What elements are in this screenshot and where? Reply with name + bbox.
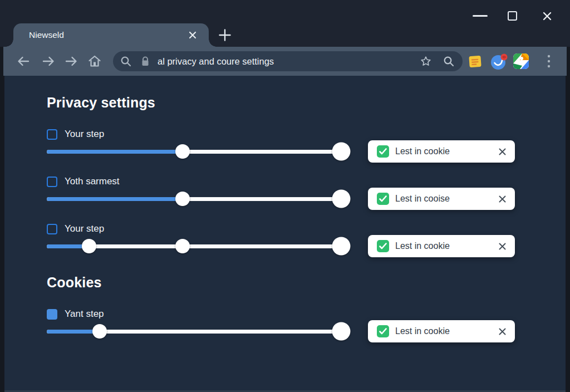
checkbox[interactable] bbox=[47, 129, 57, 140]
slider-handle[interactable] bbox=[332, 237, 351, 256]
check-icon bbox=[377, 240, 389, 252]
section-title: Privacy settings bbox=[47, 94, 566, 111]
toast-text: Lest in cooise bbox=[395, 194, 450, 204]
notification-badge bbox=[501, 54, 508, 61]
slider-fill bbox=[47, 197, 183, 201]
minimize-button[interactable] bbox=[473, 15, 488, 17]
yellow-note-icon bbox=[468, 55, 482, 68]
extension-maps-button[interactable] bbox=[513, 53, 529, 69]
extension-assistant-button[interactable] bbox=[490, 53, 508, 70]
browser-window: { "browser": { "tab": { "title": "Niewse… bbox=[0, 0, 570, 392]
tab-close-button[interactable] bbox=[189, 31, 196, 39]
check-icon bbox=[377, 193, 389, 205]
slider-handle[interactable] bbox=[175, 192, 190, 206]
setting-row-header: Yant step bbox=[47, 308, 349, 320]
extension-notes-button[interactable] bbox=[468, 55, 482, 68]
setting-row-header: Yoth sarmest bbox=[47, 176, 349, 187]
in-bar-search-button[interactable] bbox=[443, 55, 455, 67]
section-title: Cookies bbox=[47, 273, 566, 291]
lock-icon bbox=[140, 55, 151, 67]
slider bbox=[47, 239, 349, 253]
setting-row: Yant stepLest in cookie bbox=[47, 308, 349, 339]
bookmark-star-button[interactable] bbox=[420, 55, 432, 67]
maps-icon bbox=[513, 53, 529, 69]
slider-handle[interactable] bbox=[175, 144, 190, 159]
checkbox[interactable] bbox=[47, 177, 57, 187]
toast-text: Lest in cookie bbox=[395, 326, 450, 336]
slider-handle[interactable] bbox=[82, 239, 96, 253]
page-content: Privacy settingsYour stepLest in cookieY… bbox=[4, 76, 566, 390]
maximize-button[interactable] bbox=[508, 11, 517, 21]
tab-title: Niewseld bbox=[29, 23, 64, 47]
setting-row: Your stepLest in cookie bbox=[47, 223, 349, 253]
blue-circle-icon bbox=[490, 53, 508, 70]
close-icon bbox=[498, 195, 507, 203]
forward-arrow-icon bbox=[64, 54, 78, 68]
close-icon bbox=[498, 148, 507, 156]
slider-handle[interactable] bbox=[175, 239, 190, 253]
close-button[interactable] bbox=[542, 11, 553, 22]
slider-fill bbox=[47, 150, 183, 154]
setting-label: Yant step bbox=[65, 308, 104, 320]
toast-close-button[interactable] bbox=[498, 327, 507, 336]
slider bbox=[47, 324, 349, 339]
toast-close-button[interactable] bbox=[498, 148, 507, 156]
search-icon bbox=[443, 55, 455, 67]
close-icon bbox=[498, 242, 507, 251]
search-icon bbox=[120, 55, 132, 67]
setting-row: Yoth sarmestLest in cooise bbox=[47, 176, 349, 206]
forward-button-2[interactable] bbox=[64, 54, 78, 68]
toast-text: Lest in cookie bbox=[395, 241, 450, 251]
browser-toolbar: al privacy and coure settings bbox=[3, 47, 567, 76]
slider bbox=[47, 192, 349, 206]
url-text: al privacy and coure settings bbox=[158, 56, 274, 67]
checkbox[interactable] bbox=[47, 309, 57, 320]
checkbox[interactable] bbox=[47, 224, 57, 234]
titlebar: Niewseld bbox=[0, 0, 570, 47]
toast-notification: Lest in cooise bbox=[368, 188, 515, 210]
forward-arrow-icon bbox=[41, 54, 56, 68]
toast-close-button[interactable] bbox=[498, 242, 507, 251]
close-icon bbox=[189, 31, 196, 39]
plus-icon bbox=[218, 28, 232, 42]
browser-tab[interactable]: Niewseld bbox=[13, 23, 209, 47]
star-icon bbox=[420, 55, 432, 67]
toast-text: Lest in cookie bbox=[395, 146, 450, 156]
forward-button[interactable] bbox=[41, 54, 56, 68]
setting-label: Your step bbox=[65, 223, 104, 234]
browser-menu-button[interactable] bbox=[546, 54, 552, 68]
check-icon bbox=[377, 145, 389, 158]
setting-row: Your stepLest in cookie bbox=[47, 129, 349, 159]
three-dots-icon bbox=[546, 54, 552, 68]
back-arrow-icon bbox=[16, 54, 31, 68]
slider-fill bbox=[47, 330, 100, 334]
slider bbox=[47, 144, 349, 159]
check-icon bbox=[377, 325, 389, 337]
address-bar[interactable]: al privacy and coure settings bbox=[113, 51, 463, 71]
slider-handle[interactable] bbox=[332, 190, 351, 208]
setting-label: Your step bbox=[65, 129, 104, 140]
slider-handle[interactable] bbox=[92, 324, 107, 339]
home-button[interactable] bbox=[87, 54, 102, 68]
home-icon bbox=[87, 54, 102, 68]
setting-row-header: Your step bbox=[47, 129, 349, 140]
slider-handle[interactable] bbox=[332, 322, 351, 341]
toast-close-button[interactable] bbox=[498, 195, 507, 203]
toast-notification: Lest in cookie bbox=[368, 140, 515, 163]
setting-label: Yoth sarmest bbox=[65, 176, 120, 187]
slider-handle[interactable] bbox=[332, 143, 351, 161]
setting-row-header: Your step bbox=[47, 223, 349, 234]
close-icon bbox=[542, 11, 553, 22]
back-button[interactable] bbox=[16, 54, 31, 68]
toast-notification: Lest in cookie bbox=[368, 235, 515, 257]
toast-notification: Lest in cookie bbox=[368, 320, 515, 342]
new-tab-button[interactable] bbox=[218, 28, 232, 42]
close-icon bbox=[498, 327, 507, 336]
